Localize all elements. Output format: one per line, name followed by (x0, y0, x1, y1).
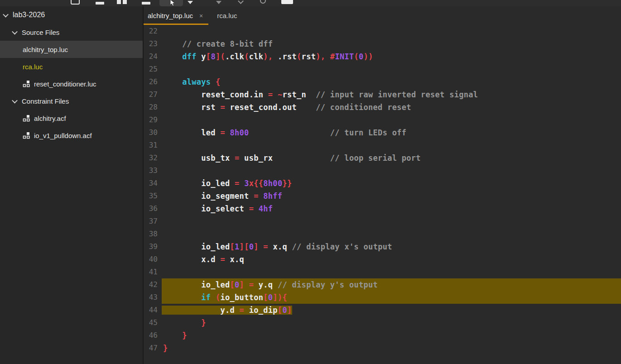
code-line[interactable]: } (162, 342, 621, 354)
code-row: 28 rst = reset_cond.out // conditioned r… (144, 101, 621, 114)
sidebar-item-source-files[interactable]: Source Files (0, 24, 143, 41)
code-token: = (249, 280, 254, 289)
sidebar-item-constraint-files[interactable]: Constraint Files (0, 92, 143, 110)
code-line[interactable]: dff y[8](.clk(clk), .rst(rst), #INIT(0)) (162, 50, 621, 63)
code-token: ] (287, 306, 292, 315)
code-line[interactable]: rst = reset_cond.out // conditioned rese… (162, 101, 621, 114)
code-line[interactable]: usb_tx = usb_rx // loop serial port (162, 152, 621, 164)
code-line[interactable]: io_led[1][0] = x.q // display x's output (162, 240, 621, 253)
code-token: reset_cond.out (225, 103, 297, 112)
sidebar-item-alchitry-acf[interactable]: alchitry.acf (0, 110, 143, 127)
sidebar-item-lab3-2026[interactable]: lab3-2026 (0, 6, 143, 24)
code-row: 22 (144, 25, 621, 38)
code-line[interactable]: always { (162, 76, 621, 88)
file-tree-sidebar: lab3-2026Source Filesalchitry_top.lucrca… (0, 6, 143, 364)
file-label: alchitry.acf (34, 115, 66, 122)
code-line[interactable]: // create 8-bit dff (162, 38, 621, 50)
file-label: rca.luc (23, 63, 43, 71)
line-number: 42 (144, 278, 158, 291)
code-row: 34 io_led = 3x{{8h00}} (144, 177, 621, 190)
code-token: ), (316, 52, 325, 61)
code-token: // display y's output (278, 280, 378, 289)
code-token: if (201, 293, 211, 302)
code-line[interactable]: } (162, 329, 621, 342)
code-line[interactable]: if (io_button[0]){ (162, 291, 621, 304)
code-token: [ (263, 293, 268, 302)
code-token (211, 293, 216, 302)
code-line[interactable]: reset_cond.in = ~rst_n // input raw inve… (162, 88, 621, 101)
code-line[interactable]: led = 8h00 // turn LEDs off (162, 126, 621, 139)
code-token: = (220, 128, 225, 137)
tab-alchitry-top-luc[interactable]: alchitry_top.luc × (144, 6, 208, 25)
line-number: 40 (144, 253, 158, 266)
code-token: [ (230, 242, 235, 251)
file-tree: lab3-2026Source Filesalchitry_top.lucrca… (0, 6, 143, 144)
code-token: io_led (163, 280, 230, 289)
chevron-down-icon[interactable] (12, 29, 18, 34)
sidebar-item-reset-conditioner-luc[interactable]: reset_conditioner.luc (0, 75, 143, 92)
code-token: ~ (278, 90, 283, 99)
code-token: } (163, 344, 168, 353)
code-token: // create 8-bit dff (163, 39, 273, 48)
bar-icon[interactable] (96, 2, 104, 5)
sidebar-item-alchitry-top-luc[interactable]: alchitry_top.luc (0, 41, 143, 58)
code-token: dff (182, 52, 197, 61)
sidebar-item-io-v1-pulldown-acf[interactable]: io_v1_pulldown.acf (0, 127, 143, 144)
code-token: reset_cond.in (163, 90, 268, 99)
code-token: INIT (335, 52, 354, 61)
code-row: 36 io_select = 4hf (144, 202, 621, 215)
code-line[interactable]: io_led = 3x{{8h00}} (162, 177, 621, 190)
code-line[interactable]: y.d = io_dip[0] (162, 304, 621, 316)
chevron-down-icon[interactable] (238, 0, 244, 4)
chevron-down-icon[interactable] (12, 97, 18, 103)
code-token (225, 128, 230, 137)
line-number: 45 (144, 316, 158, 329)
editor-panel: alchitry_top.luc × rca.luc 2223 // creat… (144, 6, 621, 364)
line-number: 29 (144, 114, 158, 126)
dropdown-caret-gray-icon[interactable] (216, 1, 221, 4)
code-line[interactable] (162, 139, 621, 152)
code-token: = (220, 255, 225, 264)
code-line[interactable] (162, 228, 621, 240)
close-tab-icon[interactable]: × (199, 12, 203, 19)
code-token: x.d (163, 255, 220, 264)
code-row: 43 if (io_button[0]){ (144, 291, 621, 304)
code-token: 0 (268, 293, 273, 302)
pill-icon[interactable] (281, 0, 293, 4)
code-line[interactable]: x.d = x.q (162, 253, 621, 266)
dropdown-caret-white-icon[interactable] (188, 1, 193, 4)
code-row: 42 io_led[0] = y.q // display y's output (144, 278, 621, 291)
code-token: x.q (268, 242, 292, 251)
window-icon[interactable] (71, 0, 80, 5)
code-token: = (263, 242, 268, 251)
code-line[interactable] (162, 164, 621, 177)
code-line[interactable] (162, 25, 621, 38)
code-row: 38 (144, 228, 621, 240)
chevron-down-icon[interactable] (3, 11, 9, 17)
code-line[interactable]: io_led[0] = y.q // display y's output (162, 278, 621, 291)
code-token: 8 (211, 52, 216, 61)
bar-icon[interactable] (142, 2, 150, 5)
code-line[interactable] (162, 266, 621, 278)
code-token (325, 52, 330, 61)
code-editor[interactable]: 2223 // create 8-bit dff24 dff y[8](.clk… (144, 25, 621, 364)
code-line[interactable] (162, 215, 621, 228)
code-token: 0 (359, 52, 364, 61)
circle-icon[interactable] (260, 0, 266, 4)
code-line[interactable] (162, 114, 621, 126)
code-line[interactable]: } (162, 316, 621, 329)
tab-rca-luc[interactable]: rca.luc (213, 6, 242, 25)
code-row: 47} (144, 342, 621, 354)
code-row: 40 x.d = x.q (144, 253, 621, 266)
code-token (259, 192, 264, 201)
line-number: 30 (144, 126, 158, 139)
code-line[interactable]: io_select = 4hf (162, 202, 621, 215)
columns-icon[interactable] (117, 0, 121, 4)
code-token: y (197, 52, 206, 61)
sidebar-item-rca-luc[interactable]: rca.luc (0, 58, 143, 75)
columns-icon[interactable] (123, 0, 127, 4)
code-line[interactable]: io_segment = 8hff (162, 190, 621, 202)
code-token: x.q (225, 255, 244, 264)
code-line[interactable] (162, 63, 621, 76)
code-token: io_segment (163, 192, 254, 201)
